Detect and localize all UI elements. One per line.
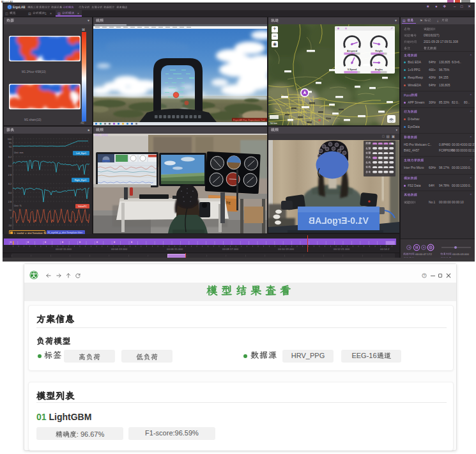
svg-text:-50: -50 <box>8 224 12 226</box>
svg-text:ErgoLAB Exp: Experiment Trial: ErgoLAB Exp: Experiment Trial <box>233 119 265 121</box>
svg-text:50: 50 <box>9 208 12 211</box>
svg-text:Airspeed: Airspeed <box>347 50 358 52</box>
svg-text:3.0: 3.0 <box>8 191 12 194</box>
svg-text:50 km: 50 km <box>270 121 278 125</box>
svg-text:3.2: 3.2 <box>8 182 12 185</box>
svg-text:2.8: 2.8 <box>8 173 12 176</box>
svg-text:Left_Eye1: Left_Eye1 <box>76 152 86 155</box>
svg-text:3.2: 3.2 <box>8 155 12 158</box>
svg-text:95: 95 <box>9 141 12 144</box>
svg-text:90: 90 <box>9 145 12 148</box>
svg-text:Angles: Angles <box>375 68 383 71</box>
svg-text:0: 0 <box>10 216 12 219</box>
svg-text:V1.0-ErgoLAB: V1.0-ErgoLAB <box>309 215 369 226</box>
svg-text:100: 100 <box>8 137 12 140</box>
svg-text:V-Speed: V-Speed <box>348 68 357 71</box>
svg-text:Height: Height <box>375 50 383 52</box>
svg-text:3.0: 3.0 <box>8 164 12 167</box>
svg-text:Unit: %: Unit: % <box>14 205 22 207</box>
svg-text:ValuePC: ValuePC <box>78 205 87 208</box>
svg-text:Unit: mm: Unit: mm <box>14 152 23 154</box>
svg-text:2.8: 2.8 <box>8 200 12 203</box>
svg-text:Right_Eye1: Right_Eye1 <box>75 179 87 182</box>
svg-text:?: ? <box>424 274 426 278</box>
